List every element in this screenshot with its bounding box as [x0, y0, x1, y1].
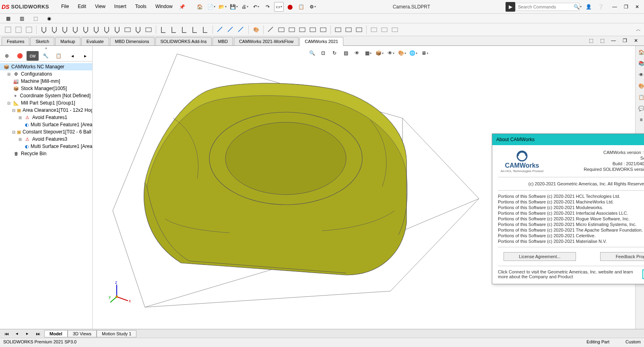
- icon-a[interactable]: ▦: [3, 14, 13, 23]
- cmd-b4[interactable]: [190, 25, 200, 35]
- cmd-c2[interactable]: [226, 25, 235, 35]
- search-input[interactable]: [518, 4, 574, 9]
- cmd-e4[interactable]: [297, 25, 307, 35]
- rp-appear-icon[interactable]: 🎨: [636, 81, 644, 91]
- hud-fit-icon[interactable]: ⊡: [318, 48, 328, 58]
- side-tab-2[interactable]: 🔴: [14, 51, 26, 61]
- cmd-3[interactable]: [24, 25, 34, 35]
- rp-prop-icon[interactable]: ≡: [636, 115, 644, 125]
- side-tab-left[interactable]: ◂: [66, 51, 78, 61]
- cmd-f1[interactable]: [333, 25, 343, 35]
- cmd-e6[interactable]: [318, 25, 328, 35]
- tree-area-clearance[interactable]: ⊟▦Area Clearance1[T01 - 12x2 Hog N: [0, 107, 92, 114]
- menu-edit[interactable]: Edit: [74, 2, 90, 12]
- side-tab-4[interactable]: 🔧: [39, 51, 52, 61]
- tree-stock[interactable]: 📦Stock Manager[1005]: [0, 85, 92, 92]
- tab-sketch[interactable]: Sketch: [30, 37, 54, 45]
- collapse-toolbar-icon[interactable]: ︿: [636, 26, 641, 33]
- side-tab-3[interactable]: cw: [27, 51, 39, 61]
- minimize-button[interactable]: —: [609, 3, 620, 11]
- dialog-titlebar[interactable]: About CAMWorks ✕: [492, 134, 644, 145]
- icon-d[interactable]: ◉: [44, 14, 54, 23]
- maximize-button[interactable]: ❐: [621, 3, 631, 11]
- status-units[interactable]: Custom: [625, 339, 641, 344]
- bt-last-icon[interactable]: ⏭: [33, 329, 43, 339]
- pin-icon[interactable]: 📌: [178, 2, 187, 12]
- doc-maximize[interactable]: ❐: [620, 36, 630, 45]
- play-icon[interactable]: ▶: [506, 2, 515, 12]
- search-icon[interactable]: 🔍: [574, 4, 580, 10]
- cmd-e2[interactable]: [277, 25, 286, 35]
- bottom-tab-model[interactable]: Model: [44, 330, 68, 337]
- tree-msf1[interactable]: ◐Multi Surface Feature1 [Area C: [0, 121, 92, 128]
- bt-next-icon[interactable]: ▸: [23, 329, 32, 339]
- search-box[interactable]: 🔍 ▾: [515, 3, 580, 11]
- tree-const-stepover[interactable]: ⊟▦Constant Stepover1[T02 - 6 Ball N: [0, 128, 92, 136]
- menu-insert[interactable]: Insert: [110, 2, 130, 12]
- close-button[interactable]: ✕: [632, 3, 642, 11]
- rp-custom-icon[interactable]: 📋: [636, 92, 644, 102]
- print-icon[interactable]: 🖨▾: [240, 2, 250, 12]
- hud-scene-icon[interactable]: 📦▾: [375, 48, 384, 58]
- tab-evaluate[interactable]: Evaluate: [81, 37, 109, 45]
- view-triad[interactable]: z x y: [109, 281, 133, 305]
- options-icon[interactable]: 📋: [297, 2, 306, 12]
- cmd-g2[interactable]: [380, 25, 389, 35]
- tab-camworks-workflow[interactable]: CAMWorks 2021-WorkFlow: [234, 37, 299, 45]
- tab-mbd[interactable]: MBD: [213, 37, 233, 45]
- rp-lib-icon[interactable]: 📚: [636, 59, 644, 68]
- side-tab-right[interactable]: ▸: [79, 51, 91, 61]
- tab-addins[interactable]: SOLIDWORKS Add-Ins: [155, 37, 212, 45]
- save-icon[interactable]: 💾▾: [229, 2, 239, 12]
- cmd-c3[interactable]: [236, 25, 246, 35]
- cmd-mill-7[interactable]: [102, 25, 111, 35]
- icon-c[interactable]: ⬚: [31, 14, 40, 23]
- feedback-program-button[interactable]: Feedback Program...: [600, 252, 644, 261]
- hud-render-icon[interactable]: 🌐▾: [409, 48, 418, 58]
- tab-markup[interactable]: Markup: [55, 37, 80, 45]
- side-tab-1[interactable]: ⊕: [1, 51, 13, 61]
- cmd-mill-5[interactable]: [81, 25, 91, 35]
- cmd-mill-9[interactable]: [123, 25, 132, 35]
- select-icon[interactable]: ▭▾: [274, 2, 284, 12]
- cmd-g3[interactable]: [390, 25, 400, 35]
- cmd-e3[interactable]: [287, 25, 297, 35]
- bottom-tab-motion[interactable]: Motion Study 1: [97, 330, 136, 337]
- hud-display-icon[interactable]: ▦▾: [363, 48, 373, 58]
- cmd-c1[interactable]: [215, 25, 225, 35]
- hud-zoom-icon[interactable]: 🔍: [307, 48, 317, 58]
- tree-root[interactable]: 📦CAMWorks NC Manager: [0, 63, 92, 70]
- tree-avoid1[interactable]: ⊞⚠Avoid Features1: [0, 114, 92, 121]
- tree-configs[interactable]: ⊞⚙Configurations: [0, 70, 92, 78]
- tree-recycle[interactable]: 🗑Recycle Bin: [0, 150, 92, 157]
- tab-icon-2[interactable]: ⬚: [597, 36, 607, 45]
- cmd-mill-11[interactable]: [144, 25, 153, 35]
- cmd-1[interactable]: [3, 25, 13, 35]
- tree-machine[interactable]: 🏭Machine [Mill-mm]: [0, 78, 92, 85]
- bt-first-icon[interactable]: ⏮: [2, 329, 11, 339]
- tab-mbd-dimensions[interactable]: MBD Dimensions: [110, 37, 155, 45]
- open-icon[interactable]: 📂▾: [218, 2, 227, 12]
- cmd-mill-10[interactable]: [133, 25, 143, 35]
- cmd-mill-4[interactable]: [70, 25, 80, 35]
- home-icon[interactable]: 🏠: [195, 2, 205, 12]
- cmd-b5[interactable]: [200, 25, 210, 35]
- icon-b[interactable]: ▥: [17, 14, 27, 23]
- 3d-viewport[interactable]: 🔍 ⊡ ↻ ▨ 👁 ▦▾ 📦▾ 👁▾ 🎨▾ 🌐▾ 🖥▾: [93, 46, 644, 329]
- tab-icon-1[interactable]: ⬚: [586, 36, 596, 45]
- cmd-mill-6[interactable]: [91, 25, 101, 35]
- search-dropdown[interactable]: ▾: [580, 5, 582, 8]
- menu-view[interactable]: View: [91, 2, 109, 12]
- cmd-g1[interactable]: [369, 25, 379, 35]
- rp-view-icon[interactable]: 👁: [636, 70, 644, 80]
- cmd-mill-1[interactable]: [39, 25, 49, 35]
- cmd-b1[interactable]: [159, 25, 168, 35]
- cmd-b2[interactable]: [169, 25, 179, 35]
- connect-button[interactable]: Connect ...: [642, 269, 644, 279]
- tree-msf2[interactable]: ◐Multi Surface Feature1 [Area C: [0, 143, 92, 150]
- menu-window[interactable]: Window: [151, 2, 177, 12]
- cmd-mill-8[interactable]: [112, 25, 122, 35]
- hud-section-icon[interactable]: ▨: [341, 48, 351, 58]
- help-icon[interactable]: ❔: [596, 2, 605, 12]
- cmd-d1[interactable]: 🎨: [251, 25, 261, 35]
